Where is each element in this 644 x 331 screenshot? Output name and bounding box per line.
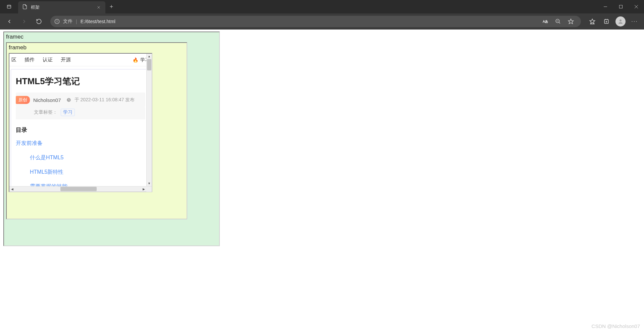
toc-heading: 目录	[16, 126, 145, 134]
minimize-button[interactable]	[598, 0, 613, 13]
tag-label: 文章标签：	[34, 109, 57, 115]
svg-marker-16	[590, 19, 595, 24]
scroll-left-button[interactable]: ◀	[9, 186, 15, 191]
horizontal-scrollbar[interactable]: ◀ ▶	[9, 186, 152, 191]
svg-marker-15	[568, 19, 574, 24]
svg-line-13	[559, 22, 560, 23]
zoom-out-button[interactable]	[552, 17, 564, 26]
toc-link-prep[interactable]: 开发前准备	[16, 140, 145, 147]
back-button[interactable]	[3, 15, 16, 28]
address-url: E:/6test/test.html	[81, 19, 533, 24]
address-type-label: 文件	[63, 18, 72, 24]
svg-rect-0	[7, 5, 11, 8]
window-controls	[598, 0, 644, 13]
toc-link-features[interactable]: HTML5新特性	[30, 169, 145, 176]
page-nav: 区 插件 认证 开源 🔥 学习	[9, 54, 152, 66]
titlebar-spacer	[117, 0, 598, 13]
svg-rect-5	[620, 5, 623, 8]
read-aloud-button[interactable]: Aあ	[539, 17, 551, 26]
address-actions: Aあ	[539, 17, 577, 26]
nav-item-community[interactable]: 区	[11, 57, 16, 63]
vertical-scroll-thumb[interactable]	[147, 59, 151, 70]
more-button[interactable]: ···	[628, 15, 641, 28]
vertical-scrollbar[interactable]: ▲ ▼	[146, 54, 152, 186]
browser-titlebar: 框架 +	[0, 0, 644, 13]
fire-icon: 🔥	[133, 57, 138, 63]
iframe: 区 插件 认证 开源 🔥 学习 HTML5学习笔记	[9, 53, 152, 192]
new-tab-button[interactable]: +	[105, 0, 117, 13]
clock-icon	[66, 98, 71, 102]
publish-time: 于 2022-03-11 16:08:47 发布	[75, 97, 135, 103]
frame-b: frameb 区 插件 认证 开源 🔥 学习	[6, 42, 187, 219]
frame-c-label: framec	[6, 34, 217, 40]
svg-point-23	[620, 19, 622, 21]
nav-item-opensource[interactable]: 开源	[61, 57, 71, 63]
iframe-content: 区 插件 认证 开源 🔥 学习 HTML5学习笔记	[9, 54, 152, 186]
close-window-button[interactable]	[629, 0, 644, 13]
favorites-bar-button[interactable]	[586, 15, 599, 28]
svg-text:Aあ: Aあ	[543, 20, 548, 23]
profile-button[interactable]	[614, 15, 627, 28]
tag-row: 文章标签： 学习	[16, 107, 145, 119]
toc-section: 目录 开发前准备 什么是HTML5 HTML5新特性 需要掌握的技能	[11, 121, 150, 186]
article-header: HTML5学习笔记 原创 Nicholson07 于 2022-03-11 16…	[11, 69, 150, 121]
svg-point-10	[57, 20, 57, 20]
tab-title: 框架	[31, 4, 93, 10]
watermark: CSDN @Nicholson07	[592, 323, 640, 329]
maximize-button[interactable]	[613, 0, 629, 13]
toc-link-skills[interactable]: 需要掌握的技能	[30, 183, 145, 186]
scroll-down-button[interactable]: ▼	[147, 181, 152, 186]
frame-b-label: frameb	[9, 44, 185, 51]
toc-link-what[interactable]: 什么是HTML5	[30, 154, 145, 161]
scroll-right-button[interactable]: ▶	[141, 186, 146, 191]
article-title: HTML5学习笔记	[16, 75, 145, 87]
forward-button[interactable]	[17, 15, 31, 28]
favorite-button[interactable]	[565, 17, 577, 26]
toc-sublist: 什么是HTML5 HTML5新特性 需要掌握的技能	[16, 154, 145, 186]
article-body: HTML5学习笔记 原创 Nicholson07 于 2022-03-11 16…	[11, 69, 150, 186]
address-bar[interactable]: 文件 | E:/6test/test.html Aあ	[50, 16, 581, 27]
address-separator: |	[76, 19, 77, 24]
toolbar-right: ···	[586, 15, 641, 28]
scroll-corner	[146, 186, 152, 192]
original-badge: 原创	[16, 96, 30, 104]
nav-item-cert[interactable]: 认证	[43, 57, 53, 63]
refresh-button[interactable]	[32, 15, 46, 28]
collections-button[interactable]	[600, 15, 613, 28]
nav-item-plugins[interactable]: 插件	[24, 57, 35, 63]
horizontal-scroll-thumb[interactable]	[60, 187, 97, 191]
scroll-up-button[interactable]: ▲	[147, 54, 152, 59]
article-meta: 原创 Nicholson07 于 2022-03-11 16:08:47 发布	[16, 93, 145, 107]
browser-tab[interactable]: 框架	[18, 1, 105, 13]
browser-toolbar: 文件 | E:/6test/test.html Aあ ···	[0, 13, 644, 30]
frame-c: framec frameb 区 插件 认证 开源 🔥 学习	[3, 32, 220, 246]
site-info-icon[interactable]	[54, 19, 60, 24]
tag-item[interactable]: 学习	[61, 109, 75, 116]
author-name[interactable]: Nicholson07	[33, 97, 61, 103]
close-tab-button[interactable]	[96, 5, 101, 10]
tab-overview-button[interactable]	[0, 0, 18, 13]
page-content: framec frameb 区 插件 认证 开源 🔥 学习	[0, 30, 644, 331]
file-icon	[22, 4, 28, 11]
